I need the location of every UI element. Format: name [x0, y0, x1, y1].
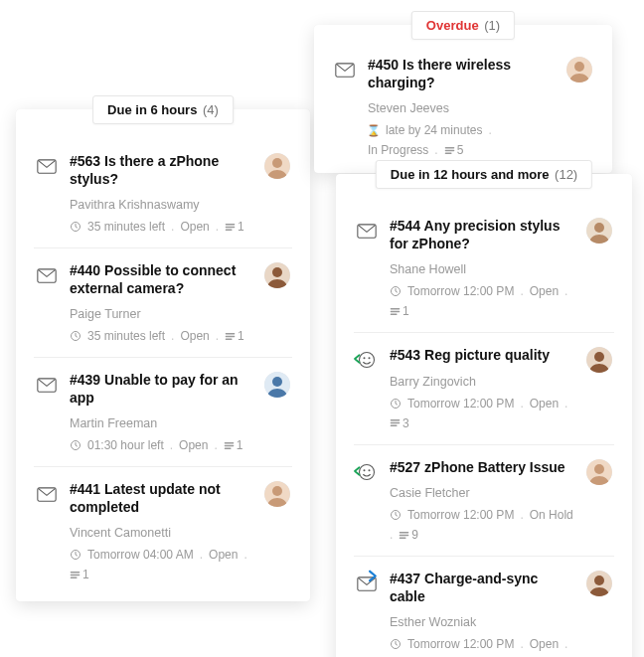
ticket-row[interactable]: #440 Possible to connect external camera… [34, 247, 292, 357]
ticket-title[interactable]: #441 Latest update not completed [70, 481, 252, 516]
svg-point-31 [369, 469, 371, 471]
ticket-meta: Tomorrow 12:00 PM . Open . 3 [390, 397, 574, 430]
ticket-requester: Shane Howell [390, 262, 574, 276]
ticket-list: #450 Is there wireless charging? Steven … [314, 47, 612, 173]
clock-icon [70, 439, 81, 451]
ticket-row[interactable]: #441 Latest update not completed Vincent… [34, 466, 292, 595]
ticket-row[interactable]: #450 Is there wireless charging? Steven … [332, 47, 594, 167]
clock-icon [390, 509, 402, 521]
avatar[interactable] [264, 262, 290, 288]
ticket-requester: Pavithra Krishnaswamy [70, 198, 252, 212]
ticket-row[interactable]: #563 Is there a zPhone stylus? Pavithra … [34, 139, 292, 247]
ticket-main: #543 Reg picture quality Barry Zingovich… [390, 347, 574, 430]
ticket-time: 01:30 hour left [87, 438, 164, 452]
ticket-row[interactable]: #544 Any precision stylus for zPhone? Sh… [354, 204, 614, 332]
svg-point-22 [594, 223, 604, 233]
ticket-status: Open [179, 438, 208, 452]
card-title-count: (4) [203, 102, 219, 117]
ticket-meta: 35 minutes left . Open . 1 [70, 220, 252, 234]
avatar[interactable] [264, 372, 290, 398]
channel-email-icon [36, 374, 58, 396]
ticket-row[interactable]: #527 zPhone Battery Issue Casie Fletcher… [354, 444, 614, 557]
ticket-id: #441 [70, 481, 100, 497]
ticket-title[interactable]: #450 Is there wireless charging? [368, 57, 559, 91]
ticket-row[interactable]: #439 Unable to pay for an app Martin Fre… [34, 357, 292, 466]
ticket-title[interactable]: #527 zPhone Battery Issue [390, 459, 574, 477]
ticket-main: #563 Is there a zPhone stylus? Pavithra … [70, 153, 252, 234]
clock-icon [390, 398, 402, 410]
ticket-title[interactable]: #544 Any precision stylus for zPhone? [390, 218, 574, 252]
ticket-id: #440 [70, 262, 100, 278]
avatar[interactable] [586, 459, 612, 485]
svg-point-11 [272, 377, 282, 387]
ticket-main: #544 Any precision stylus for zPhone? Sh… [390, 218, 574, 318]
card-title-count: (12) [555, 167, 577, 182]
ticket-time: 35 minutes left [87, 329, 165, 343]
channel-email-icon [36, 264, 58, 286]
ticket-id: #543 [390, 347, 420, 363]
channel-email-icon [356, 220, 378, 242]
ticket-list: #563 Is there a zPhone stylus? Pavithra … [16, 139, 310, 601]
clock-icon [390, 285, 402, 297]
ticket-status: Open [530, 637, 559, 651]
ticket-main: #437 Charge-and-sync cable Esther Woznia… [390, 571, 574, 657]
svg-point-28 [594, 352, 604, 362]
ticket-requester: Martin Freeman [70, 416, 252, 430]
ticket-meta: Tomorrow 12:00 PM . Open . 3 [390, 637, 574, 657]
ticket-title[interactable]: #543 Reg picture quality [390, 347, 574, 365]
channel-email-icon [36, 155, 58, 177]
conversation-count: 1 [225, 329, 244, 343]
card-title-label: Overdue [426, 18, 479, 33]
ticket-time: Tomorrow 12:00 PM [407, 284, 514, 298]
ticket-time: Tomorrow 12:00 PM [407, 637, 514, 651]
card-due-12-hours: Due in 12 hours and more (12) #544 Any p… [336, 174, 632, 657]
card-title: Due in 6 hours (4) [92, 95, 234, 124]
ticket-main: #440 Possible to connect external camera… [70, 262, 252, 343]
svg-point-25 [369, 357, 371, 359]
svg-point-3 [272, 158, 282, 168]
ticket-title[interactable]: #440 Possible to connect external camera… [70, 262, 252, 297]
ticket-title[interactable]: #563 Is there a zPhone stylus? [70, 153, 252, 188]
ticket-row[interactable]: #543 Reg picture quality Barry Zingovich… [354, 332, 614, 444]
conversation-count: 1 [224, 438, 243, 452]
svg-point-7 [272, 267, 282, 277]
ticket-title[interactable]: #439 Unable to pay for an app [70, 372, 252, 407]
ticket-time: 35 minutes left [87, 220, 165, 234]
ticket-requester: Barry Zingovich [390, 375, 574, 389]
ticket-subject: Reg picture quality [424, 347, 550, 363]
svg-point-18 [574, 62, 584, 72]
ticket-id: #544 [390, 218, 420, 234]
clock-icon [70, 221, 81, 233]
ticket-row[interactable]: #437 Charge-and-sync cable Esther Woznia… [354, 556, 614, 657]
avatar[interactable] [566, 57, 592, 82]
ticket-title[interactable]: #437 Charge-and-sync cable [390, 571, 574, 605]
ticket-time: Tomorrow 04:00 AM [87, 548, 194, 562]
ticket-requester: Casie Fletcher [390, 486, 574, 500]
avatar[interactable] [586, 347, 612, 373]
avatar[interactable] [264, 153, 290, 179]
card-title-label: Due in 12 hours and more [391, 167, 550, 182]
card-overdue: Overdue (1) #450 Is there wireless charg… [314, 25, 612, 173]
clock-icon [70, 330, 81, 342]
avatar[interactable] [264, 481, 290, 507]
card-title: Overdue (1) [411, 11, 515, 40]
ticket-meta: ⌛ late by 24 minutes . In Progress . 5 [368, 123, 559, 157]
ticket-status: On Hold [530, 508, 573, 522]
svg-point-38 [594, 575, 604, 585]
ticket-main: #450 Is there wireless charging? Steven … [368, 57, 592, 157]
conversation-count: 3 [390, 416, 409, 430]
ticket-id: #527 [390, 459, 420, 475]
card-title-label: Due in 6 hours [107, 102, 197, 117]
ticket-requester: Esther Wozniak [390, 615, 574, 629]
ticket-subject: zPhone Battery Issue [424, 459, 565, 475]
ticket-main: #527 zPhone Battery Issue Casie Fletcher… [390, 459, 574, 543]
avatar[interactable] [586, 571, 612, 596]
card-title: Due in 12 hours and more (12) [376, 160, 592, 189]
ticket-id: #563 [70, 153, 100, 169]
ticket-main: #439 Unable to pay for an app Martin Fre… [70, 372, 252, 452]
channel-email-icon [334, 59, 356, 81]
ticket-id: #437 [390, 571, 420, 586]
ticket-status: Open [209, 548, 238, 562]
channel-email-icon [36, 483, 58, 505]
avatar[interactable] [586, 218, 612, 244]
